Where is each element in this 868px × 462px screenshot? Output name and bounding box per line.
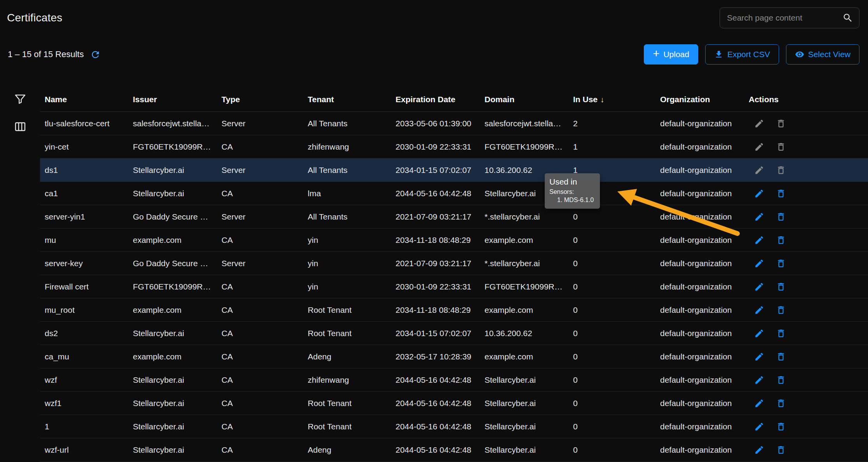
- table-area: Name Issuer Type Tenant Expiration Date …: [0, 87, 868, 462]
- edit-icon[interactable]: [754, 445, 764, 455]
- cell-expiration-date: 2044-05-16 04:42:48: [396, 375, 485, 385]
- edit-icon[interactable]: [754, 375, 764, 385]
- cell-actions: [749, 258, 868, 268]
- cell-type: CA: [221, 189, 308, 198]
- delete-icon[interactable]: [776, 352, 786, 362]
- table-row[interactable]: wzf Stellarcyber.ai CA zhifenwang 2044-0…: [40, 368, 868, 392]
- cell-issuer: example.com: [133, 235, 221, 245]
- edit-icon[interactable]: [754, 188, 764, 199]
- delete-icon[interactable]: [776, 375, 786, 385]
- delete-icon[interactable]: [776, 282, 786, 292]
- column-header-expiration-date[interactable]: Expiration Date: [396, 95, 485, 104]
- tooltip-sensor-item: 1. MDS-6.1.0: [549, 196, 594, 204]
- edit-icon[interactable]: [754, 235, 764, 245]
- table-row[interactable]: tlu-salesforce-cert salesforcejwt.stella…: [40, 112, 868, 135]
- column-header-type[interactable]: Type: [221, 95, 308, 104]
- column-header-issuer[interactable]: Issuer: [133, 95, 221, 104]
- edit-icon[interactable]: [754, 258, 764, 268]
- edit-icon[interactable]: [754, 422, 764, 432]
- table-row[interactable]: server-key Go Daddy Secure … Server yin …: [40, 252, 868, 275]
- upload-button[interactable]: + Upload: [644, 44, 698, 65]
- column-header-in-use[interactable]: In Use↓: [573, 95, 660, 104]
- column-header-name[interactable]: Name: [45, 95, 133, 104]
- delete-icon[interactable]: [776, 422, 786, 432]
- edit-icon[interactable]: [754, 282, 764, 292]
- search-input[interactable]: [720, 7, 859, 28]
- cell-organization: default-organization: [660, 119, 749, 128]
- edit-icon[interactable]: [754, 328, 764, 338]
- edit-icon[interactable]: [754, 398, 764, 408]
- column-header-actions: Actions: [749, 95, 868, 104]
- delete-icon[interactable]: [776, 305, 786, 315]
- table-row[interactable]: Firewall cert FGT60ETK19099R… CA yin 203…: [40, 275, 868, 298]
- edit-icon[interactable]: [754, 165, 764, 175]
- edit-icon[interactable]: [754, 119, 764, 129]
- cell-issuer: FGT60ETK19099R…: [133, 282, 221, 291]
- cell-in-use: 0: [573, 259, 660, 268]
- edit-icon[interactable]: [754, 352, 764, 362]
- table-row[interactable]: mu example.com CA yin 2034-11-18 08:48:2…: [40, 228, 868, 252]
- column-settings-icon[interactable]: [14, 120, 26, 133]
- search-icon[interactable]: [842, 12, 853, 23]
- column-header-organization[interactable]: Organization: [660, 95, 749, 104]
- delete-icon[interactable]: [776, 235, 786, 245]
- table-row[interactable]: ds2 Stellarcyber.ai CA Root Tenant 2034-…: [40, 322, 868, 345]
- cell-in-use: 0: [573, 399, 660, 408]
- filter-icon[interactable]: [14, 92, 26, 105]
- table-header-row: Name Issuer Type Tenant Expiration Date …: [40, 87, 868, 112]
- cell-issuer: FGT60ETK19099R…: [133, 142, 221, 152]
- cell-issuer: salesforcejwt.stella…: [133, 119, 221, 128]
- cell-actions: [749, 398, 868, 408]
- table-row[interactable]: 1 Stellarcyber.ai CA Root Tenant 2044-05…: [40, 415, 868, 438]
- cell-type: CA: [221, 445, 308, 455]
- cell-in-use: 1: [573, 142, 660, 152]
- edit-icon[interactable]: [754, 142, 764, 152]
- eye-icon: [795, 50, 804, 59]
- table-row[interactable]: yin-cet FGT60ETK19099R… CA zhifenwang 20…: [40, 135, 868, 159]
- cell-domain: salesforcejwt.stella…: [485, 119, 573, 128]
- cell-in-use: 0: [573, 282, 660, 291]
- cell-expiration-date: 2044-05-16 04:42:48: [396, 445, 485, 455]
- cell-type: Server: [221, 119, 308, 128]
- edit-icon[interactable]: [754, 305, 764, 315]
- delete-icon[interactable]: [776, 119, 786, 129]
- cell-organization: default-organization: [660, 305, 749, 315]
- table-row[interactable]: ds1 Stellarcyber.ai Server All Tenants 2…: [40, 159, 868, 182]
- table-row[interactable]: ca_mu example.com CA Adeng 2032-05-17 10…: [40, 345, 868, 368]
- export-csv-button[interactable]: Export CSV: [705, 44, 779, 65]
- cell-expiration-date: 2030-01-09 22:33:31: [396, 142, 485, 152]
- column-header-domain[interactable]: Domain: [485, 95, 573, 104]
- cell-expiration-date: 2033-05-06 01:39:00: [396, 119, 485, 128]
- cell-issuer: example.com: [133, 305, 221, 315]
- cell-tenant: Root Tenant: [308, 305, 396, 315]
- cell-in-use: 0: [573, 422, 660, 431]
- delete-icon[interactable]: [776, 188, 786, 199]
- table-row[interactable]: ca1 Stellarcyber.ai CA lma 2044-05-16 04…: [40, 182, 868, 205]
- cell-domain: FGT60ETK19099R…: [485, 142, 573, 152]
- sort-desc-icon[interactable]: ↓: [600, 95, 604, 104]
- cell-domain: Stellarcyber.ai: [485, 445, 573, 455]
- table-row[interactable]: wzf1 Stellarcyber.ai CA Root Tenant 2044…: [40, 392, 868, 415]
- table-row[interactable]: server-yin1 Go Daddy Secure … Server All…: [40, 205, 868, 228]
- delete-icon[interactable]: [776, 258, 786, 268]
- cell-in-use: 0: [573, 235, 660, 245]
- delete-icon[interactable]: [776, 328, 786, 338]
- delete-icon[interactable]: [776, 165, 786, 175]
- select-view-button[interactable]: Select View: [786, 44, 859, 65]
- refresh-icon[interactable]: [90, 49, 101, 60]
- table-row[interactable]: mu_root example.com CA Root Tenant 2034-…: [40, 298, 868, 322]
- cell-organization: default-organization: [660, 142, 749, 152]
- delete-icon[interactable]: [776, 142, 786, 152]
- toolbar: 1 – 15 of 15 Results + Upload Export CSV…: [8, 44, 859, 65]
- delete-icon[interactable]: [776, 445, 786, 455]
- toolbar-buttons: + Upload Export CSV Select View: [644, 44, 859, 65]
- delete-icon[interactable]: [776, 398, 786, 408]
- delete-icon[interactable]: [776, 212, 786, 222]
- cell-actions: [749, 445, 868, 455]
- table-row[interactable]: wzf-url Stellarcyber.ai CA Adeng 2044-05…: [40, 438, 868, 462]
- cell-type: CA: [221, 375, 308, 385]
- edit-icon[interactable]: [754, 212, 764, 222]
- column-header-tenant[interactable]: Tenant: [308, 95, 396, 104]
- cell-tenant: All Tenants: [308, 119, 396, 128]
- cell-tenant: yin: [308, 282, 396, 291]
